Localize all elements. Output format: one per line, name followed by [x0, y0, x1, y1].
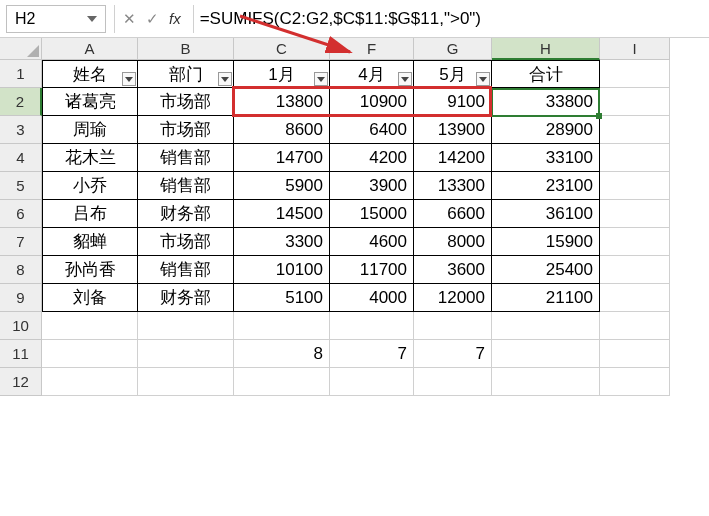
- filter-button-B[interactable]: [218, 72, 232, 86]
- cell-F12[interactable]: [330, 368, 414, 396]
- column-header-A[interactable]: A: [42, 38, 138, 60]
- cell-H6[interactable]: 36100: [492, 200, 600, 228]
- column-header-H[interactable]: H: [492, 38, 600, 60]
- cell-G8[interactable]: 3600: [414, 256, 492, 284]
- cell-B6[interactable]: 财务部: [138, 200, 234, 228]
- row-header-4[interactable]: 4: [0, 144, 42, 172]
- cell-A5[interactable]: 小乔: [42, 172, 138, 200]
- cell-A3[interactable]: 周瑜: [42, 116, 138, 144]
- confirm-icon[interactable]: ✓: [146, 10, 159, 28]
- column-header-G[interactable]: G: [414, 38, 492, 60]
- cell-G2[interactable]: 9100: [414, 88, 492, 116]
- cell-B3[interactable]: 市场部: [138, 116, 234, 144]
- cell-C4[interactable]: 14700: [234, 144, 330, 172]
- cell-F1[interactable]: 4月: [330, 60, 414, 88]
- cell-H7[interactable]: 15900: [492, 228, 600, 256]
- cell-I10[interactable]: [600, 312, 670, 340]
- cell-A10[interactable]: [42, 312, 138, 340]
- cell-G12[interactable]: [414, 368, 492, 396]
- row-header-3[interactable]: 3: [0, 116, 42, 144]
- cell-I11[interactable]: [600, 340, 670, 368]
- cell-C10[interactable]: [234, 312, 330, 340]
- row-header-7[interactable]: 7: [0, 228, 42, 256]
- cell-B1[interactable]: 部门: [138, 60, 234, 88]
- cell-I1[interactable]: [600, 60, 670, 88]
- row-header-8[interactable]: 8: [0, 256, 42, 284]
- cell-F8[interactable]: 11700: [330, 256, 414, 284]
- row-header-11[interactable]: 11: [0, 340, 42, 368]
- cell-F3[interactable]: 6400: [330, 116, 414, 144]
- name-box[interactable]: H2: [6, 5, 106, 33]
- cell-C12[interactable]: [234, 368, 330, 396]
- cell-A1[interactable]: 姓名: [42, 60, 138, 88]
- cell-B7[interactable]: 市场部: [138, 228, 234, 256]
- cell-G5[interactable]: 13300: [414, 172, 492, 200]
- cell-I9[interactable]: [600, 284, 670, 312]
- cell-G9[interactable]: 12000: [414, 284, 492, 312]
- cell-H4[interactable]: 33100: [492, 144, 600, 172]
- cell-I12[interactable]: [600, 368, 670, 396]
- cell-A4[interactable]: 花木兰: [42, 144, 138, 172]
- formula-bar[interactable]: =SUMIFS(C2:G2,$C$11:$G$11,">0"): [193, 5, 703, 33]
- cell-B11[interactable]: [138, 340, 234, 368]
- cell-H5[interactable]: 23100: [492, 172, 600, 200]
- cell-A7[interactable]: 貂蝉: [42, 228, 138, 256]
- column-header-B[interactable]: B: [138, 38, 234, 60]
- cell-F5[interactable]: 3900: [330, 172, 414, 200]
- spreadsheet-grid[interactable]: ABCFGHI 1姓名部门1月4月5月合计2诸葛亮市场部138001090091…: [0, 38, 709, 396]
- cell-I6[interactable]: [600, 200, 670, 228]
- cell-G10[interactable]: [414, 312, 492, 340]
- cell-H11[interactable]: [492, 340, 600, 368]
- cell-F11[interactable]: 7: [330, 340, 414, 368]
- cell-C6[interactable]: 14500: [234, 200, 330, 228]
- cancel-icon[interactable]: ✕: [123, 10, 136, 28]
- cell-C5[interactable]: 5900: [234, 172, 330, 200]
- cell-I7[interactable]: [600, 228, 670, 256]
- cell-B8[interactable]: 销售部: [138, 256, 234, 284]
- cell-I3[interactable]: [600, 116, 670, 144]
- cell-B2[interactable]: 市场部: [138, 88, 234, 116]
- cell-A9[interactable]: 刘备: [42, 284, 138, 312]
- cell-I8[interactable]: [600, 256, 670, 284]
- row-header-12[interactable]: 12: [0, 368, 42, 396]
- cell-B9[interactable]: 财务部: [138, 284, 234, 312]
- cell-B12[interactable]: [138, 368, 234, 396]
- cell-A8[interactable]: 孙尚香: [42, 256, 138, 284]
- cell-H8[interactable]: 25400: [492, 256, 600, 284]
- fx-icon[interactable]: fx: [169, 10, 181, 27]
- cell-A2[interactable]: 诸葛亮: [42, 88, 138, 116]
- cell-C8[interactable]: 10100: [234, 256, 330, 284]
- cell-C3[interactable]: 8600: [234, 116, 330, 144]
- cell-F6[interactable]: 15000: [330, 200, 414, 228]
- cell-B10[interactable]: [138, 312, 234, 340]
- cell-H2[interactable]: 33800: [492, 88, 600, 116]
- select-all-corner[interactable]: [0, 38, 42, 60]
- cell-G6[interactable]: 6600: [414, 200, 492, 228]
- cell-G3[interactable]: 13900: [414, 116, 492, 144]
- cell-G11[interactable]: 7: [414, 340, 492, 368]
- row-header-9[interactable]: 9: [0, 284, 42, 312]
- cell-I2[interactable]: [600, 88, 670, 116]
- cell-A12[interactable]: [42, 368, 138, 396]
- cell-H9[interactable]: 21100: [492, 284, 600, 312]
- cell-F9[interactable]: 4000: [330, 284, 414, 312]
- filter-button-G[interactable]: [476, 72, 490, 86]
- row-header-6[interactable]: 6: [0, 200, 42, 228]
- cell-C1[interactable]: 1月: [234, 60, 330, 88]
- cell-H12[interactable]: [492, 368, 600, 396]
- column-header-I[interactable]: I: [600, 38, 670, 60]
- row-header-1[interactable]: 1: [0, 60, 42, 88]
- cell-C9[interactable]: 5100: [234, 284, 330, 312]
- cell-G1[interactable]: 5月: [414, 60, 492, 88]
- cell-I4[interactable]: [600, 144, 670, 172]
- column-header-F[interactable]: F: [330, 38, 414, 60]
- cell-G7[interactable]: 8000: [414, 228, 492, 256]
- cell-H1[interactable]: 合计: [492, 60, 600, 88]
- cell-A11[interactable]: [42, 340, 138, 368]
- row-header-2[interactable]: 2: [0, 88, 42, 116]
- cell-B4[interactable]: 销售部: [138, 144, 234, 172]
- filter-button-F[interactable]: [398, 72, 412, 86]
- cell-H3[interactable]: 28900: [492, 116, 600, 144]
- column-header-C[interactable]: C: [234, 38, 330, 60]
- cell-C2[interactable]: 13800: [234, 88, 330, 116]
